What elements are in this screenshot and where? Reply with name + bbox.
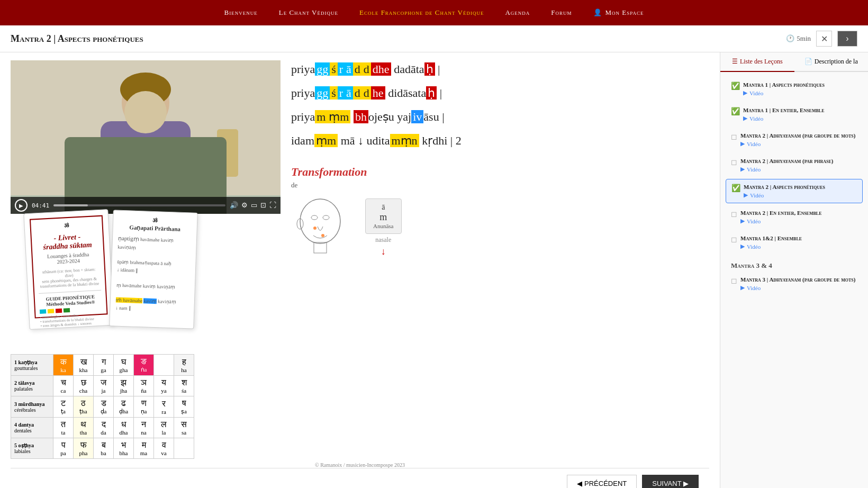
pip-icon[interactable]: ⊡ [260, 201, 266, 210]
play-circle-icon-m3: ▶ [740, 284, 745, 291]
doc-icon: 📄 [804, 58, 812, 66]
lesson-item-mantra1-ensemble[interactable]: ✅ Mantra 1 | En entier, Ensemble ▶ Vidéo [726, 103, 863, 126]
video-link-7[interactable]: ▶ Vidéo [740, 243, 802, 250]
next-button[interactable]: SUIVANT ▶ [642, 475, 699, 488]
nav-bienvenue[interactable]: Bienvenue [224, 8, 258, 17]
video-link-5[interactable]: ▶ Vidéo [744, 192, 825, 198]
check-incomplete-icon-4: ◻ [731, 158, 737, 167]
nav-ecole[interactable]: Ecole Francophone de Chant Védique [359, 8, 484, 17]
tab-lecons[interactable]: ☰ Liste des Leçons [720, 52, 794, 72]
video-link-3[interactable]: ▶ Vidéo [740, 140, 855, 147]
cell-cha: छcha [74, 376, 94, 396]
play-button[interactable]: ▶ [15, 199, 28, 212]
cell-tha-ret: ठṭha [74, 396, 94, 418]
video-label-7: Vidéo [747, 243, 761, 250]
lesson-item-mantra3-groupe[interactable]: ◻ Mantra 3 | Adhyayanam (par groupe de m… [726, 272, 863, 295]
mantra-text-section: priyaggśrādddhe dadātaḥ | priyaggśrāddhe… [291, 60, 709, 344]
lesson-item-mantra2-groupe[interactable]: ◻ Mantra 2 | Adhyayanam (par groupe de m… [726, 128, 863, 151]
row-label-2: 2 tālavyapalatales [11, 376, 53, 396]
tab-description[interactable]: 📄 Description de la [794, 52, 869, 71]
document-cards: 🕉 - Livret -śraddha sūktam Louanges à śr… [11, 222, 281, 344]
row-label-5: 5 oṣṭhyalabiales [11, 438, 53, 459]
cell-gha: घgha [114, 355, 134, 376]
cell-pa: पpa [53, 438, 74, 459]
video-link-6[interactable]: ▶ Vidéo [740, 218, 822, 224]
video-progress-fill [53, 204, 88, 206]
clock-icon: 🕐 [786, 34, 794, 43]
cell-ha: हha [174, 355, 194, 376]
lesson-item-mantra12-ensemble[interactable]: ◻ Mantra 1&2 | Ensemble ▶ Vidéo [726, 231, 863, 254]
mouth-char-2: m [373, 212, 394, 223]
video-label-4: Vidéo [747, 166, 761, 173]
doc-card-subtitle: Louanges à śraddha2023-2024 [37, 251, 100, 266]
fullscreen-icon[interactable]: ⛶ [269, 201, 276, 210]
lesson-item-mantra1-phonetiques[interactable]: ✅ Mantra 1 | Aspects phonétiques ▶ Vidéo [726, 77, 863, 101]
check-completed-icon-2: ✅ [731, 107, 740, 116]
nav-forum[interactable]: Forum [551, 8, 572, 17]
cell-nja: ञña [134, 376, 154, 396]
lesson-item-mantra2-phonetiques[interactable]: ✅ Mantra 2 | Aspects phonétiques ▶ Vidéo [726, 179, 863, 203]
video-label-5: Vidéo [750, 192, 764, 198]
svg-point-7 [311, 215, 318, 220]
svg-point-11 [321, 234, 324, 237]
settings-icon[interactable]: ⚙ [241, 201, 248, 210]
highlight-dhe1: dhe [371, 62, 391, 76]
video-link-4[interactable]: ▶ Vidéo [740, 166, 833, 173]
doc-card-livret[interactable]: 🕉 - Livret -śraddha sūktam Louanges à śr… [23, 209, 114, 330]
highlight-dd2: d [362, 86, 371, 100]
volume-icon[interactable]: 🔊 [230, 201, 238, 210]
lesson-title-4: Mantra 2 | Adhyayanam (par phrase) [740, 158, 833, 164]
duration-value: 5min [797, 34, 811, 43]
play-circle-icon-2: ▶ [743, 115, 747, 122]
svg-rect-3 [101, 121, 191, 195]
cell-ya: यya [154, 376, 174, 396]
highlight-m3: m [315, 110, 327, 123]
mantra-line-3: priyamṃm bhojeṣu yajivāsu | [291, 108, 709, 125]
highlight-m4: ṃm [314, 134, 338, 147]
cell-sha-ret: षṣa [174, 396, 194, 418]
video-player[interactable]: ▶ 04:41 🔊 ⚙ ▭ ⊡ ⛶ [11, 60, 281, 214]
forward-button[interactable]: › [837, 31, 857, 47]
list-icon: ☰ [732, 58, 738, 66]
video-label-3: Vidéo [747, 141, 761, 147]
highlight-sr2: ś [330, 86, 338, 100]
highlight-ra1: r [338, 62, 345, 76]
lesson-title-6: Mantra 2 | En entier, Ensemble [740, 210, 822, 216]
video-link-m3[interactable]: ▶ Vidéo [740, 284, 855, 291]
check-incomplete-icon-3: ◻ [731, 132, 737, 141]
cell-ta-ret: टṭa [53, 396, 74, 418]
highlight-aa2: ā [345, 86, 353, 100]
sidebar: ☰ Liste des Leçons 📄 Description de la ✅… [720, 52, 868, 488]
cell-ta-den: तta [53, 418, 74, 438]
svg-rect-5 [217, 129, 238, 177]
check-completed-icon: ✅ [731, 82, 740, 91]
lesson-item-mantra2-ensemble[interactable]: ◻ Mantra 2 | En entier, Ensemble ▶ Vidéo [726, 205, 863, 229]
highlight-mm3: ṃm [327, 110, 350, 123]
highlight-dd1: d [362, 62, 371, 76]
subtitle-icon[interactable]: ▭ [251, 201, 257, 210]
cell-ca: चca [53, 376, 74, 396]
page-header: Mantra 2 | Aspects phonétiques 🕐 5min ✕ … [0, 25, 868, 52]
highlight-aa1: ā [345, 62, 353, 76]
doc-card-ganapati[interactable]: 🕉 Gaṇapati Prārthana ṇaptigṃ havāmahe ka… [109, 210, 198, 329]
sidebar-lessons-list: ✅ Mantra 1 | Aspects phonétiques ▶ Vidéo… [720, 72, 868, 303]
lesson-item-mantra2-phrase[interactable]: ◻ Mantra 2 | Adhyayanam (par phrase) ▶ V… [726, 153, 863, 177]
close-button[interactable]: ✕ [816, 31, 832, 47]
transformation-content: ā m Anunāsa nasale ↓ [291, 197, 709, 258]
video-progress-bar[interactable] [53, 204, 225, 206]
doc-card-title: - Livret -śraddha sūktam [36, 232, 100, 252]
cell-ba: बba [94, 438, 114, 459]
lesson-title-m3: Mantra 3 | Adhyayanam (par groupe de mot… [740, 276, 855, 283]
nav-agenda[interactable]: Agenda [505, 8, 530, 17]
table-row-murdhanya: 3 mūrdhanyacérébrales टṭa ठṭha डḍa ढḍha … [11, 396, 194, 418]
svg-point-6 [300, 199, 340, 243]
nav-chant-vedique[interactable]: Le Chant Védique [279, 8, 338, 17]
video-link-2[interactable]: ▶ Vidéo [743, 115, 825, 122]
highlight-gg1: gg [315, 62, 330, 76]
video-link-1[interactable]: ▶ Vidéo [743, 89, 825, 96]
nav-mon-espace[interactable]: 👤 Mon Espace [593, 8, 644, 17]
head-diagram [291, 197, 349, 258]
cell-kha: खkha [74, 355, 94, 376]
chart-copyright: © Ramanoix / musicien-Incompospe 2023 [11, 462, 709, 468]
prev-button[interactable]: ◀ PRÉCÉDENT [567, 475, 637, 488]
